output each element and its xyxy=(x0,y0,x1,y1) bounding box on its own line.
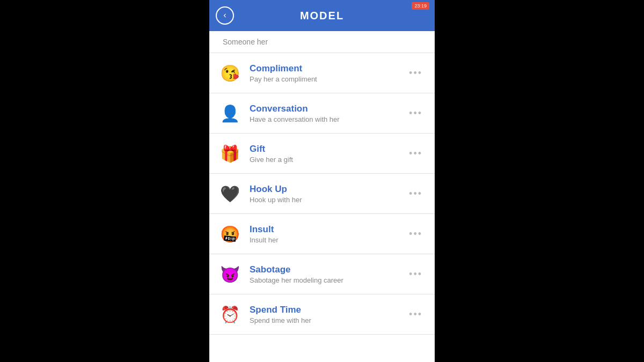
item-content-spendtime: Spend Time Spend time with her xyxy=(250,305,405,324)
item-subtitle-spendtime: Spend time with her xyxy=(250,316,405,324)
time-badge: 23:19 xyxy=(412,2,429,10)
item-subtitle-sabotage: Sabotage her modeling career xyxy=(250,276,405,284)
item-title-insult: Insult xyxy=(250,224,405,235)
list-container[interactable]: Someone her 😘 Compliment Pay her a compl… xyxy=(209,31,435,362)
item-subtitle-insult: Insult her xyxy=(250,236,405,244)
item-subtitle-compliment: Pay her a compliment xyxy=(250,75,405,83)
item-title-hookup: Hook Up xyxy=(250,184,405,195)
list-item-sabotage[interactable]: 😈 Sabotage Sabotage her modeling career … xyxy=(209,254,435,294)
partial-item: Someone her xyxy=(209,31,435,53)
list-item-conversation[interactable]: 👤 Conversation Have a conversation with … xyxy=(209,93,435,134)
item-content-compliment: Compliment Pay her a compliment xyxy=(250,63,405,83)
item-more-sabotage[interactable]: ••• xyxy=(405,267,427,282)
item-subtitle-hookup: Hook up with her xyxy=(250,196,405,204)
list-item-insult[interactable]: 🤬 Insult Insult her ••• xyxy=(209,214,435,254)
item-more-hookup[interactable]: ••• xyxy=(405,186,427,202)
item-icon-hookup: 🖤 xyxy=(217,181,242,206)
item-content-insult: Insult Insult her xyxy=(250,224,405,244)
back-icon xyxy=(221,12,229,19)
item-more-spendtime[interactable]: ••• xyxy=(405,307,427,322)
item-subtitle-conversation: Have a conversation with her xyxy=(250,115,405,123)
list-item-compliment[interactable]: 😘 Compliment Pay her a compliment ••• xyxy=(209,53,435,93)
list-item-hookup[interactable]: 🖤 Hook Up Hook up with her ••• xyxy=(209,174,435,214)
back-button[interactable] xyxy=(216,6,234,25)
item-more-compliment[interactable]: ••• xyxy=(405,65,427,81)
item-title-sabotage: Sabotage xyxy=(250,264,405,275)
phone-container: MODEL 23:19 Someone her 😘 Compliment Pay… xyxy=(209,0,435,362)
item-content-sabotage: Sabotage Sabotage her modeling career xyxy=(250,264,405,284)
page-title: MODEL xyxy=(300,10,344,22)
item-icon-gift: 🎁 xyxy=(217,141,242,166)
item-content-conversation: Conversation Have a conversation with he… xyxy=(250,104,405,123)
item-icon-spendtime: ⏰ xyxy=(217,302,242,327)
item-title-compliment: Compliment xyxy=(250,63,405,74)
item-more-insult[interactable]: ••• xyxy=(405,226,427,242)
item-icon-compliment: 😘 xyxy=(217,61,242,85)
list-item-gift[interactable]: 🎁 Gift Give her a gift ••• xyxy=(209,134,435,174)
item-title-spendtime: Spend Time xyxy=(250,305,405,315)
item-subtitle-gift: Give her a gift xyxy=(250,156,405,164)
header: MODEL 23:19 xyxy=(209,0,435,31)
item-icon-sabotage: 😈 xyxy=(217,262,242,286)
item-title-gift: Gift xyxy=(250,144,405,154)
item-content-hookup: Hook Up Hook up with her xyxy=(250,184,405,204)
item-icon-insult: 🤬 xyxy=(217,221,242,246)
item-more-conversation[interactable]: ••• xyxy=(405,106,427,121)
item-icon-conversation: 👤 xyxy=(217,101,242,125)
partial-text: Someone her xyxy=(223,38,268,46)
item-content-gift: Gift Give her a gift xyxy=(250,144,405,164)
list-item-spendtime[interactable]: ⏰ Spend Time Spend time with her ••• xyxy=(209,294,435,335)
item-more-gift[interactable]: ••• xyxy=(405,146,427,161)
item-title-conversation: Conversation xyxy=(250,104,405,114)
